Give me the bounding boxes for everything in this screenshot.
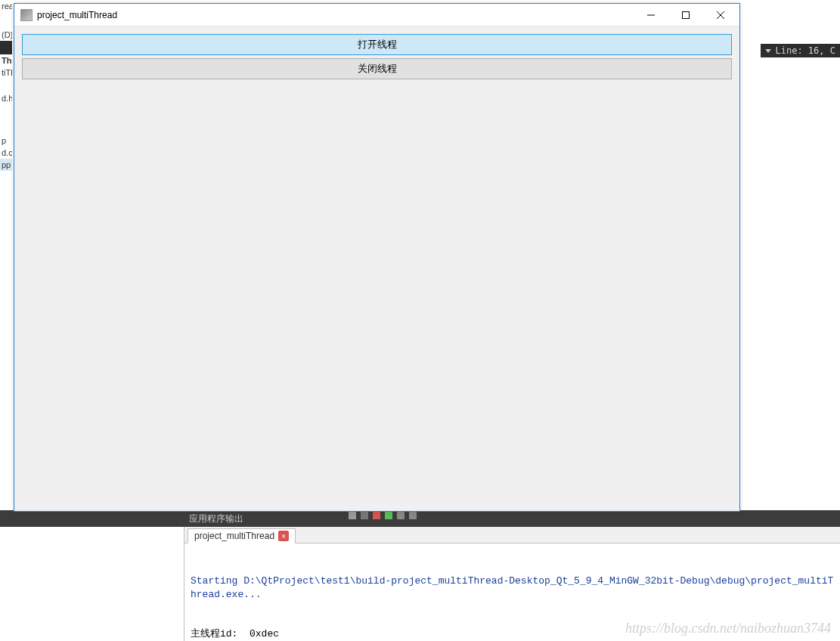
tool-icon[interactable] — [361, 512, 368, 519]
close-thread-button[interactable]: 关闭线程 — [22, 58, 732, 79]
output-tab-label: project_multiThread — [194, 531, 274, 541]
tab-close-icon[interactable]: × — [278, 531, 289, 541]
minimize-icon — [647, 11, 655, 19]
stop-icon[interactable] — [373, 512, 380, 519]
svg-rect-1 — [683, 11, 690, 18]
close-button[interactable] — [703, 4, 738, 26]
output-line: Starting D:\QtProject\test1\build-projec… — [191, 574, 834, 601]
tool-icon[interactable] — [349, 512, 356, 519]
close-icon — [717, 11, 724, 19]
watermark: https://blog.csdn.net/naibozhuan3744 — [625, 621, 831, 636]
dialog-body: 打开线程 关闭线程 — [14, 26, 739, 511]
output-tool-icons — [349, 512, 417, 519]
status-line-info: Line: 16, C — [761, 44, 840, 57]
ide-sidebar-fragment: rea (D) Thr tiTl d.h p d.c pp — [0, 0, 12, 514]
dialog-window: project_multiThread 打开线程 关闭线程 — [14, 3, 740, 512]
dropdown-arrow-icon — [765, 49, 771, 53]
output-tab[interactable]: project_multiThread × — [188, 528, 296, 543]
minimize-button[interactable] — [634, 4, 668, 26]
maximize-button[interactable] — [668, 4, 703, 26]
app-icon — [20, 9, 33, 21]
output-tabs: project_multiThread × — [184, 527, 840, 543]
titlebar[interactable]: project_multiThread — [14, 4, 739, 26]
window-title: project_multiThread — [37, 10, 634, 20]
tool-icon[interactable] — [409, 512, 417, 519]
run-icon[interactable] — [385, 512, 392, 519]
output-toolbar: 应用程序输出 — [0, 510, 840, 527]
tool-icon[interactable] — [397, 512, 405, 519]
window-controls — [634, 4, 738, 26]
maximize-icon — [682, 11, 690, 19]
open-thread-button[interactable]: 打开线程 — [22, 34, 732, 55]
